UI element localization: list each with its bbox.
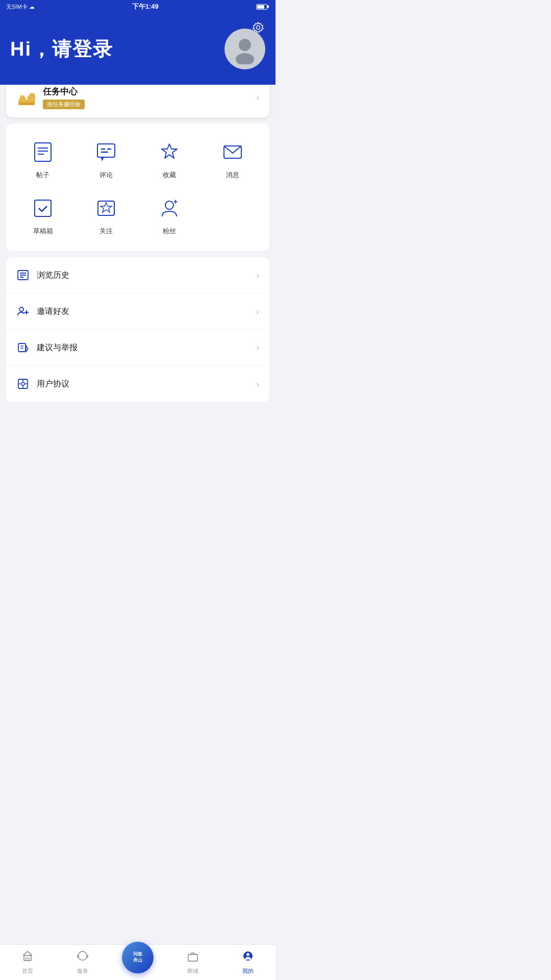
grid-row-1: 帖子 评论 收藏 [11,134,264,185]
status-left: 无SIM卡 ☁ [6,3,35,11]
status-right [256,4,267,10]
svg-rect-32 [18,344,26,352]
svg-point-1 [257,26,260,30]
svg-text:+: + [173,198,178,206]
comment-icon [93,139,119,165]
agreement-label: 用户协议 [37,379,69,389]
list-section: 浏览历史 › 邀请好友 › [6,257,269,402]
crown-icon [16,87,37,108]
favorite-label: 收藏 [163,170,176,180]
list-item-history-left: 浏览历史 [16,268,69,282]
report-chevron: › [256,342,259,353]
grid-item-follow[interactable]: 关注 [74,190,138,241]
follow-label: 关注 [99,227,113,236]
draft-icon [30,195,56,222]
grid-item-message[interactable]: 消息 [201,134,264,185]
history-icon [16,268,30,282]
report-icon [16,341,30,354]
fans-label: 粉丝 [163,227,176,236]
invite-label: 邀请好友 [37,306,69,317]
svg-point-23 [165,201,173,209]
post-icon [30,139,56,165]
agreement-chevron: › [256,379,259,389]
battery-icon [256,4,267,10]
grid-item-draft[interactable]: 草稿箱 [11,190,74,241]
svg-rect-9 [35,143,51,161]
svg-point-7 [20,93,22,95]
svg-marker-22 [101,203,112,212]
svg-point-6 [26,97,28,100]
history-label: 浏览历史 [37,270,69,281]
grid-row-2: 草稿箱 关注 + 粉丝 [11,190,264,241]
hero-section: Hi，请登录 [0,13,276,85]
svg-rect-13 [97,144,115,157]
grid-item-favorite[interactable]: 收藏 [138,134,201,185]
grid-item-fans[interactable]: + 粉丝 [138,190,201,241]
svg-point-8 [31,91,33,93]
svg-marker-18 [162,144,177,158]
report-label: 建议与举报 [37,342,78,353]
svg-rect-5 [18,103,35,105]
list-item-agreement-left: 用户协议 [16,377,69,390]
task-text: 任务中心 做任务赚经验 [43,86,85,109]
svg-point-3 [236,53,254,64]
task-badge: 做任务赚经验 [43,100,85,109]
grid-item-comment[interactable]: 评论 [74,134,138,185]
message-icon [219,139,246,165]
status-bar: 无SIM卡 ☁ 下午1:49 [0,0,276,13]
grid-item-post[interactable]: 帖子 [11,134,74,185]
draft-label: 草稿箱 [33,227,53,236]
invite-chevron: › [256,306,259,317]
star-icon [156,139,183,165]
history-chevron: › [256,270,259,281]
fans-icon: + [156,195,183,222]
grid-section: 帖子 评论 收藏 [6,124,269,251]
task-left: 任务中心 做任务赚经验 [16,86,85,109]
svg-rect-20 [35,200,51,216]
agreement-icon [16,377,30,390]
svg-marker-35 [26,346,28,352]
list-item-history[interactable]: 浏览历史 › [6,257,269,293]
invite-icon [16,305,30,318]
list-item-agreement[interactable]: 用户协议 › [6,366,269,402]
grid-empty [201,190,264,241]
status-time: 下午1:49 [132,2,159,11]
list-item-report-left: 建议与举报 [16,341,78,354]
follow-icon [93,195,119,222]
list-item-report[interactable]: 建议与举报 › [6,330,269,366]
task-title: 任务中心 [43,86,85,97]
task-chevron: › [256,92,259,103]
post-label: 帖子 [36,170,49,180]
greeting-text[interactable]: Hi，请登录 [10,36,113,62]
svg-marker-17 [101,157,104,161]
hero-content: Hi，请登录 [10,29,265,69]
list-item-invite-left: 邀请好友 [16,305,69,318]
svg-point-2 [239,39,251,51]
svg-marker-0 [253,22,263,32]
settings-button[interactable] [249,18,267,37]
message-label: 消息 [226,170,239,180]
svg-point-29 [19,307,23,311]
list-item-invite[interactable]: 邀请好友 › [6,293,269,330]
comment-label: 评论 [99,170,113,180]
svg-point-37 [21,382,24,385]
